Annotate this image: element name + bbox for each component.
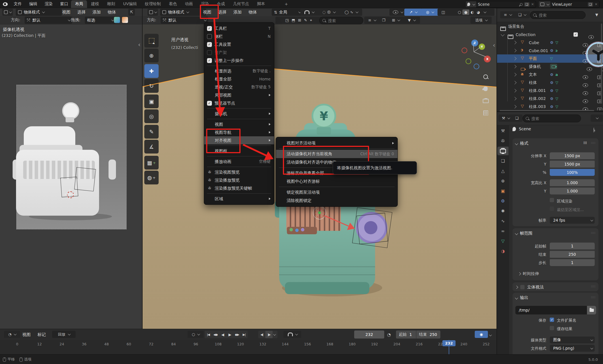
shading-mode-group[interactable]: ○ ● ◐ ◕: [448, 9, 494, 16]
next-keyframe-button[interactable]: ◆▶: [233, 331, 241, 338]
timeline-sync-button[interactable]: ◉: [475, 331, 488, 338]
camera-view-icon[interactable]: [482, 97, 490, 105]
blender-logo-icon[interactable]: [3, 2, 8, 6]
viewlayer-name[interactable]: ViewLayer: [550, 1, 586, 7]
nav-gizmo-y-axis[interactable]: Y: [479, 44, 485, 50]
render-region-checkbox[interactable]: [550, 198, 554, 202]
menu-item-23[interactable]: ✇渲染播放预览: [204, 176, 274, 184]
resolution-x-field[interactable]: 1500 px: [550, 152, 595, 159]
menu-item-9[interactable]: 清除视图锁定: [276, 196, 397, 205]
main-viewport-menu-2[interactable]: 添加: [230, 9, 245, 15]
pan-hand-icon[interactable]: [482, 85, 490, 93]
filter-button[interactable]: ▼: [403, 17, 420, 24]
add-workspace-button[interactable]: +: [281, 1, 292, 8]
main-viewport-menu-3[interactable]: 物体: [245, 9, 260, 15]
scene-icon[interactable]: △: [497, 167, 509, 175]
editor-type-button[interactable]: [2, 9, 13, 16]
search-input[interactable]: [328, 18, 360, 23]
left-viewport-menu-2[interactable]: 添加: [89, 9, 104, 15]
chevron-right-icon[interactable]: [513, 97, 517, 101]
properties-search-input[interactable]: [531, 116, 578, 121]
workspace-tab-4[interactable]: 纹理绘制: [141, 0, 165, 8]
playback-menu[interactable]: 回放: [52, 331, 76, 338]
resolution-y-field[interactable]: 1500 px: [550, 161, 595, 168]
step-options-chevron[interactable]: [273, 333, 276, 336]
current-frame-badge[interactable]: 232: [442, 340, 456, 346]
gizmo-center-dot[interactable]: [318, 211, 321, 214]
gizmo-button[interactable]: ↗: [404, 9, 422, 16]
aspect-x-field[interactable]: 1.000: [550, 179, 595, 186]
overlay-toggle-button[interactable]: ⊞: [387, 17, 404, 24]
menu-item-6[interactable]: 视图中心对齐游标: [276, 177, 397, 186]
left-viewport-menu-0[interactable]: 视图: [59, 9, 74, 15]
breadcrumb-label[interactable]: Scene: [519, 127, 531, 131]
xray-button[interactable]: ◫: [438, 9, 449, 16]
current-frame-field[interactable]: 232: [354, 330, 384, 339]
drag-grip-icon[interactable]: ∷∷: [591, 285, 596, 288]
collection-visibility-button[interactable]: ≡: [364, 17, 380, 24]
transform-orientation-dropdown[interactable]: ⇅全局: [272, 9, 303, 16]
properties-options-button[interactable]: [591, 115, 603, 122]
output-path-field[interactable]: /tmp/: [515, 306, 587, 314]
step-back-button[interactable]: ◀|: [258, 331, 265, 338]
chevron-down-icon[interactable]: [501, 33, 505, 36]
file-format-dropdown[interactable]: PNG (.png): [550, 345, 595, 352]
tool-measure[interactable]: ∡: [144, 140, 159, 154]
scene-selector[interactable]: Scene ❏ ✕: [465, 1, 536, 8]
modifiers-icon[interactable]: ⚙: [497, 197, 509, 205]
chevron-right-icon[interactable]: [513, 89, 517, 93]
output-section-header[interactable]: 输出: [515, 295, 528, 300]
range-end-field[interactable]: 250: [430, 332, 441, 337]
chevron-right-icon[interactable]: [513, 73, 517, 76]
outliner-row-Cube[interactable]: ▽Cube⚙▽: [497, 38, 603, 47]
tool-add-cube[interactable]: ▦+: [144, 156, 159, 170]
view-layer-icon[interactable]: ❏: [497, 157, 509, 165]
measure-icon[interactable]: ⌖: [310, 18, 312, 23]
workspace-tab-10[interactable]: 脚本: [253, 0, 269, 8]
tool-add-primitive[interactable]: ◍+: [144, 171, 159, 184]
workspace-tab-0[interactable]: 布局: [71, 0, 87, 8]
range-start-field[interactable]: 1: [409, 332, 416, 337]
menu-item-24[interactable]: ✇渲染播放预览关键帧: [204, 184, 274, 192]
mode-dropdown[interactable]: 物体模式: [16, 9, 62, 16]
menubar-item-3[interactable]: 窗口: [56, 1, 72, 7]
nav-gizmo-z-axis[interactable]: Z: [471, 40, 478, 46]
workspace-tab-5[interactable]: 着色: [165, 0, 181, 8]
jump-to-end-button[interactable]: ▶|: [241, 331, 248, 338]
outliner-row-摄像机[interactable]: 摄像机: [497, 62, 603, 71]
material-shading-icon[interactable]: ◐: [469, 10, 475, 14]
solid-shading-icon[interactable]: ●: [462, 9, 469, 15]
outliner-row-柱体.002[interactable]: ▽柱体.002⚙▽: [497, 95, 603, 103]
options-button[interactable]: 选项: [470, 17, 492, 24]
world-icon[interactable]: ⊕: [497, 177, 509, 185]
pin-icon[interactable]: [594, 127, 594, 133]
frame-step-field[interactable]: 1: [550, 259, 595, 266]
outliner-search-input[interactable]: [538, 13, 582, 18]
scene-browse-icon[interactable]: [466, 1, 476, 7]
outliner-row-文本[interactable]: a文本⚙a: [497, 70, 603, 79]
fps-dropdown[interactable]: 24 fps: [550, 217, 595, 224]
sidebar-expand-icon[interactable]: ‹: [493, 42, 495, 48]
rendered-shading-icon[interactable]: ◕: [475, 10, 481, 14]
tool-move[interactable]: ✚: [144, 64, 159, 78]
outliner-row-Collection[interactable]: Collection✓: [497, 30, 603, 39]
editor-divider[interactable]: [497, 111, 603, 112]
proportional-editing-button[interactable]: ◌⦿: [316, 9, 341, 16]
outliner-row-柱体.001[interactable]: ▽柱体.001⚙▽: [497, 86, 603, 95]
viewport-search[interactable]: [319, 17, 363, 24]
crop-region-checkbox[interactable]: [550, 206, 554, 211]
transform-icon[interactable]: ⇱: [128, 9, 135, 16]
viewlayer-browse-icon[interactable]: [539, 1, 550, 7]
timeline-editor-type-button[interactable]: ◔: [4, 331, 20, 338]
material-swatch-icon[interactable]: [122, 17, 128, 23]
new-scene-button[interactable]: ❏: [524, 2, 529, 7]
output-icon[interactable]: [497, 147, 509, 155]
outliner-item-label[interactable]: 柱体.001: [529, 88, 546, 93]
menu-item-20[interactable]: 播放动画空格键: [204, 158, 274, 166]
menu-item-26[interactable]: 区域: [204, 195, 274, 203]
ortho-grid-icon[interactable]: [482, 109, 490, 117]
left-viewport-menu-3[interactable]: 物体: [104, 9, 119, 15]
editor-divider[interactable]: [142, 8, 143, 329]
drag-grip-icon[interactable]: ∷∷: [591, 141, 596, 145]
time-stretch-subsection[interactable]: 时间拉伸: [518, 271, 539, 276]
